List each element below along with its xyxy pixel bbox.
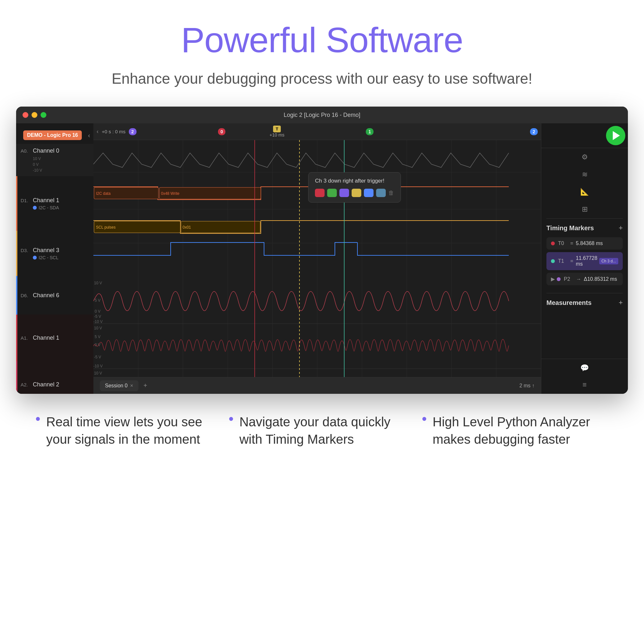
equals-sign: = <box>570 258 573 264</box>
svg-text:10 V: 10 V <box>94 326 102 330</box>
maximize-button[interactable] <box>41 112 46 118</box>
trigger-marker: T +10 ms <box>270 126 284 137</box>
channel-item: A2. Channel 2 <box>16 361 93 394</box>
digital-waveforms-svg: I2C data 0x48 Write SCL pulses 0x01 <box>93 140 541 279</box>
svg-text:10 V: 10 V <box>94 371 102 375</box>
marker-label-t0: T0 <box>558 241 568 246</box>
marker-badge-1: 1 <box>366 128 374 135</box>
feature-item-2: • Navigate your data quickly with Timing… <box>229 413 415 448</box>
feature-bullet-row-3: • High Level Python Analyzer makes debug… <box>422 413 609 448</box>
tooltip-box: Ch 3 down right after trigger! 🗑 <box>308 172 401 203</box>
marker-badge-ch3: Ch 3 d... <box>599 258 618 264</box>
app-body: DEMO - Logic Pro 16 ‹ A0. Channel 0 10 V <box>16 123 628 394</box>
svg-text:5 V: 5 V <box>95 298 100 303</box>
feature-bullet-row-1: • Real time view lets you see your signa… <box>35 413 222 448</box>
measurements-header: Measurements + <box>546 298 623 307</box>
bullet-icon-2: • <box>229 412 233 426</box>
tooltip-text: Ch 3 down right after trigger! <box>315 178 394 184</box>
time-label: +0 s : 0 ms <box>102 129 126 134</box>
channel-list: A0. Channel 0 10 V 0 V -10 V D1 <box>16 144 93 394</box>
timeline-header: ‹ +0 s : 0 ms 2 0 T +10 ms 1 2 <box>93 123 541 140</box>
features-row: • Real time view lets you see your signa… <box>16 413 628 448</box>
cursor-line <box>299 140 300 377</box>
channel-name: Channel 3 <box>33 247 59 254</box>
channel-item: D6. Channel 6 <box>16 276 93 315</box>
tab-close-icon[interactable]: × <box>130 383 133 389</box>
feature-text-1: Real time view lets you see your signals… <box>46 413 222 448</box>
svg-text:0x01: 0x01 <box>183 225 191 230</box>
settings-sliders-icon[interactable]: ⚙ <box>579 151 591 163</box>
measurements-title: Measurements <box>546 299 592 307</box>
arrow-sign: → <box>576 276 581 282</box>
timing-markers-title: Timing Markers <box>546 224 594 232</box>
marker-icon-green[interactable] <box>327 189 337 197</box>
svg-text:0x48 Write: 0x48 Write <box>161 191 179 196</box>
sidebar: DEMO - Logic Pro 16 ‹ A0. Channel 0 10 V <box>16 123 93 394</box>
expand-icon[interactable]: ▶ <box>551 276 555 282</box>
feature-bullet-row-2: • Navigate your data quickly with Timing… <box>229 413 415 448</box>
marker-icon-teal[interactable] <box>376 189 386 197</box>
marker-icon-yellow[interactable] <box>352 189 361 197</box>
feature-item-3: • High Level Python Analyzer makes debug… <box>422 413 609 448</box>
layout-icon[interactable]: ⊞ <box>579 204 591 215</box>
tooltip-markers: 🗑 <box>315 189 394 197</box>
marker-label-p2: P2 <box>564 276 573 282</box>
svg-text:-5 V: -5 V <box>94 314 101 319</box>
marker-badge-2b: 2 <box>530 128 538 135</box>
channel-item: A1. Channel 1 <box>16 315 93 361</box>
session-tab[interactable]: Session 0 × <box>100 380 138 391</box>
timing-marker-t1[interactable]: T1 = 11.67728 ms Ch 3 d... <box>546 252 623 270</box>
channel-name: Channel 6 <box>33 292 59 299</box>
channel-name: Channel 1 <box>33 335 59 341</box>
page-subtitle: Enhance your debugging process with our … <box>112 70 533 87</box>
traffic-lights <box>23 112 46 118</box>
svg-text:SCL pulses: SCL pulses <box>96 225 116 230</box>
minimize-button[interactable] <box>32 112 37 118</box>
marker-dot-red <box>551 241 555 245</box>
bottom-icon-bar: 💬 ≡ <box>541 359 628 394</box>
marker-value-t0: 5.84368 ms <box>576 241 618 246</box>
waveform-area: Ch 3 down right after trigger! 🗑 <box>93 140 541 377</box>
channel-num: D6. <box>21 293 30 298</box>
svg-text:-5 V: -5 V <box>94 355 101 359</box>
channel-num: A0. <box>21 148 30 154</box>
close-button[interactable] <box>23 112 28 118</box>
channel-num: D1. <box>21 198 30 203</box>
app-window: Logic 2 [Logic Pro 16 - Demo] DEMO - Log… <box>16 107 628 394</box>
timing-markers-header: Timing Markers + <box>546 224 623 232</box>
timing-marker-t0[interactable]: T0 = 5.84368 ms <box>546 237 623 250</box>
channel-num: A2. <box>21 382 30 387</box>
timing-marker-p2[interactable]: ▶ P2 → Δ10.85312 ms <box>546 273 623 285</box>
svg-text:-10 V: -10 V <box>93 319 103 324</box>
add-marker-button[interactable]: + <box>619 224 623 232</box>
ruler-icon[interactable]: 📐 <box>579 186 591 198</box>
channel-item: A0. Channel 0 10 V 0 V -10 V <box>16 144 93 176</box>
bullet-icon-3: • <box>422 412 427 426</box>
demo-badge: DEMO - Logic Pro 16 <box>23 130 82 140</box>
svg-text:-10 V: -10 V <box>93 364 103 368</box>
marker-icon-purple[interactable] <box>339 189 349 197</box>
add-measurement-button[interactable]: + <box>619 298 623 307</box>
chat-icon[interactable]: 💬 <box>579 362 591 374</box>
window-title: Logic 2 [Logic Pro 16 - Demo] <box>284 112 360 118</box>
marker-icon-blue[interactable] <box>364 189 374 197</box>
t0-marker-line <box>254 140 255 377</box>
marker-value-p2: Δ10.85312 ms <box>584 276 618 282</box>
menu-icon[interactable]: ≡ <box>579 379 591 391</box>
marker-dot-teal <box>551 259 555 263</box>
svg-text:5 V: 5 V <box>95 335 100 339</box>
main-content: ‹ +0 s : 0 ms 2 0 T +10 ms 1 2 <box>93 123 541 394</box>
equals-sign: = <box>570 241 573 246</box>
trash-icon[interactable]: 🗑 <box>388 190 394 196</box>
waveform-icon[interactable]: ≋ <box>579 169 591 180</box>
nav-back-icon[interactable]: ‹ <box>97 128 99 135</box>
svg-text:10 V: 10 V <box>94 281 102 285</box>
page-title: Powerful Software <box>181 19 463 60</box>
play-icon <box>613 131 620 140</box>
right-icon-bar: ⚙ ≋ 📐 ⊞ <box>541 148 628 218</box>
marker-icon-red[interactable] <box>315 189 325 197</box>
play-button[interactable] <box>606 126 625 145</box>
title-bar: Logic 2 [Logic Pro 16 - Demo] <box>16 107 628 123</box>
add-session-icon[interactable]: + <box>144 382 147 389</box>
collapse-icon[interactable]: ‹ <box>88 132 90 139</box>
